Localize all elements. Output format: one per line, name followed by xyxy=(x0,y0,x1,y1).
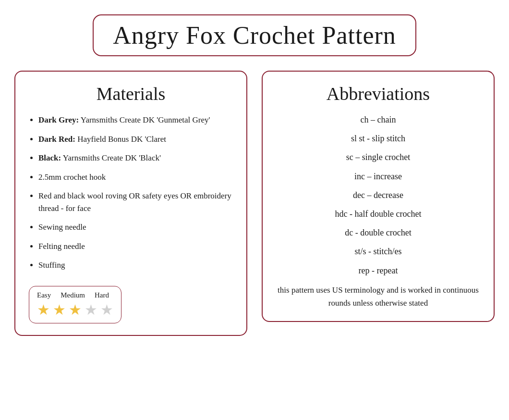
difficulty-easy: Easy xyxy=(37,291,51,299)
list-item: 2.5mm crochet hook xyxy=(38,171,233,184)
dark-grey-text: Yarnsmiths Create DK 'Gunmetal Grey' xyxy=(81,115,210,124)
black-label: Black: xyxy=(38,153,61,162)
stars-row: ★ ★ ★ ★ ★ xyxy=(37,301,113,318)
abbrev-item: inc – increase xyxy=(276,171,480,183)
materials-heading: Materials xyxy=(29,83,233,104)
dark-red-text: Hayfield Bonus DK 'Claret xyxy=(77,135,166,144)
abbrev-item: sl st - slip stitch xyxy=(276,133,480,145)
abbreviations-heading: Abbreviations xyxy=(276,83,480,104)
star-5: ★ xyxy=(100,301,113,318)
list-item: Dark Grey: Yarnsmiths Create DK 'Gunmeta… xyxy=(38,114,233,126)
star-2: ★ xyxy=(53,301,66,318)
abbrev-item: dc - double crochet xyxy=(276,227,480,239)
star-4: ★ xyxy=(85,301,97,318)
abbreviations-card: Abbreviations ch – chain sl st - slip st… xyxy=(262,71,495,322)
abbrev-item: rep - repeat xyxy=(276,265,480,277)
materials-card: Materials Dark Grey: Yarnsmiths Create D… xyxy=(14,71,247,336)
content-row: Materials Dark Grey: Yarnsmiths Create D… xyxy=(14,71,495,336)
difficulty-hard: Hard xyxy=(95,291,109,299)
list-item: Red and black wool roving OR safety eyes… xyxy=(38,190,233,214)
felting-needle-text: Felting needle xyxy=(38,242,85,251)
face-text: Red and black wool roving OR safety eyes… xyxy=(38,191,231,213)
black-text: Yarnsmiths Create DK 'Black' xyxy=(63,153,161,162)
sewing-needle-text: Sewing needle xyxy=(38,222,86,232)
abbrev-item: st/s - stitch/es xyxy=(276,246,480,258)
abbrev-note: this pattern uses US terminology and is … xyxy=(276,284,480,309)
list-item: Dark Red: Hayfield Bonus DK 'Claret xyxy=(38,133,233,146)
abbrev-item: hdc - half double crochet xyxy=(276,208,480,220)
abbrev-item: sc – single crochet xyxy=(276,151,480,163)
page-title: Angry Fox Crochet Pattern xyxy=(113,21,396,49)
star-3: ★ xyxy=(69,301,82,318)
difficulty-medium: Medium xyxy=(61,291,85,299)
materials-list: Dark Grey: Yarnsmiths Create DK 'Gunmeta… xyxy=(29,114,233,272)
list-item: Black: Yarnsmiths Create DK 'Black' xyxy=(38,152,233,164)
list-item: Sewing needle xyxy=(38,221,233,234)
difficulty-box: Easy Medium Hard ★ ★ ★ ★ ★ xyxy=(29,286,121,323)
star-1: ★ xyxy=(37,301,50,318)
list-item: Stuffing xyxy=(38,259,233,272)
hook-text: 2.5mm crochet hook xyxy=(38,173,106,182)
stuffing-text: Stuffing xyxy=(38,260,65,270)
difficulty-labels: Easy Medium Hard xyxy=(37,291,109,299)
title-container: Angry Fox Crochet Pattern xyxy=(93,14,416,56)
abbrev-item: dec – decrease xyxy=(276,189,480,201)
abbrev-item: ch – chain xyxy=(276,114,480,126)
list-item: Felting needle xyxy=(38,240,233,253)
dark-red-label: Dark Red: xyxy=(38,135,75,144)
dark-grey-label: Dark Grey: xyxy=(38,115,79,124)
abbrev-list: ch – chain sl st - slip stitch sc – sing… xyxy=(276,114,480,277)
